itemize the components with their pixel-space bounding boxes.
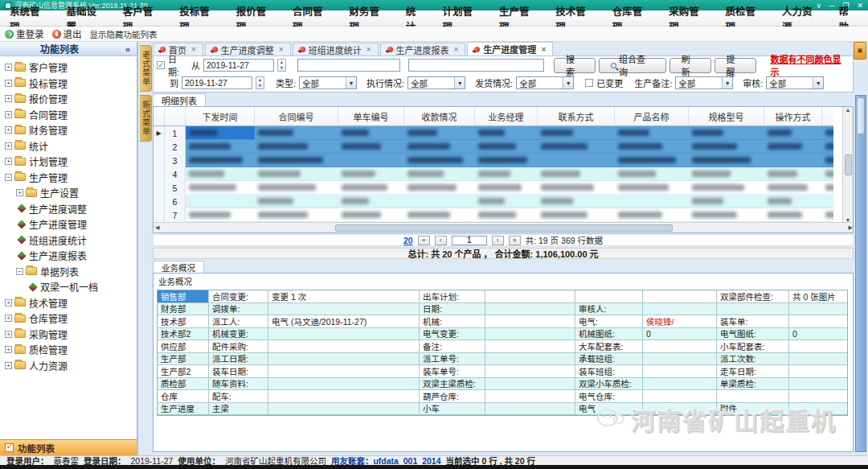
table-row[interactable]: 生产部派工日期:派工单号:承载班组:派工次数: <box>158 353 847 366</box>
column-header[interactable]: 业务经理 <box>475 107 538 125</box>
filter-text-input-1[interactable] <box>297 59 400 72</box>
overview-tab[interactable]: 业务概况 <box>153 261 204 273</box>
dept-cell[interactable]: 供应部 <box>158 340 209 353</box>
collapse-icon[interactable]: − <box>16 268 23 275</box>
expand-icon[interactable]: + <box>5 315 12 322</box>
sidebar-item[interactable]: +采购管理 <box>0 327 137 343</box>
sidebar-item[interactable]: 生产进度调整 <box>0 201 137 217</box>
scroll-thumb[interactable] <box>335 224 673 232</box>
date-from-input[interactable] <box>203 59 274 72</box>
sidebar-item[interactable]: 生产进度管理 <box>0 216 137 232</box>
ship-select[interactable]: 全部▼ <box>516 76 574 89</box>
sidebar-item[interactable]: +投标管理 <box>0 76 137 92</box>
date-from-spinner[interactable]: ▲▼ <box>277 59 286 72</box>
dept-cell[interactable]: 财务部 <box>158 303 209 316</box>
column-header[interactable]: 下发时间 <box>186 107 255 125</box>
tab-active[interactable]: 生产进度管理× <box>467 42 553 56</box>
expand-icon[interactable]: + <box>16 189 23 196</box>
column-header[interactable]: 联系方式 <box>538 107 615 125</box>
column-header[interactable]: 产品名称 <box>615 107 689 125</box>
expand-icon[interactable]: + <box>5 111 12 118</box>
scroll-right-icon[interactable]: ▶ <box>849 224 853 231</box>
grid-vertical-scrollbar[interactable]: ▲ ▼ <box>842 107 853 223</box>
sidebar-item[interactable]: 生产进度报表 <box>0 248 137 264</box>
expand-icon[interactable]: + <box>5 80 12 87</box>
sidebar-collapse-button[interactable]: « <box>119 44 137 54</box>
dept-cell[interactable]: 生产部2 <box>158 365 209 378</box>
dept-cell[interactable]: 技术部2 <box>158 328 209 341</box>
sidebar-item[interactable]: +仓库管理 <box>0 311 137 327</box>
dept-cell[interactable]: 仓库 <box>158 390 209 403</box>
table-row[interactable]: 技术部派工人:电气 (马文迪/2019-11-27)机械:电气:侯晓锋/装车单: <box>158 315 847 328</box>
tab-item[interactable]: 班组进度统计× <box>293 43 379 56</box>
expand-icon[interactable]: + <box>5 331 12 338</box>
collapse-icon[interactable]: − <box>5 174 12 181</box>
sidebar-item[interactable]: +报价管理 <box>0 91 137 107</box>
date-to-spinner[interactable]: ▲▼ <box>256 76 264 89</box>
tab-close-icon[interactable]: × <box>279 45 284 54</box>
collapsed-panel-tab[interactable]: ▣ <box>854 42 866 60</box>
scroll-thumb[interactable] <box>857 97 865 134</box>
sidebar-item[interactable]: +统计 <box>0 138 137 154</box>
expand-icon[interactable]: + <box>5 362 12 369</box>
scroll-thumb[interactable] <box>845 154 852 175</box>
changed-checkbox[interactable] <box>585 79 593 87</box>
sidebar-item[interactable]: +财务管理 <box>0 122 137 138</box>
detail-list-tab[interactable]: 明细列表 <box>153 93 206 106</box>
filter-text-input-2[interactable] <box>408 59 544 72</box>
table-row[interactable]: ▶1 <box>154 126 833 140</box>
vertical-tab-old-menu[interactable]: 老式菜单 <box>140 45 152 92</box>
current-page-input[interactable] <box>452 236 487 245</box>
dept-cell[interactable]: 质检部 <box>158 378 209 391</box>
date-checkbox[interactable]: ✓ <box>157 61 165 69</box>
expand-icon[interactable]: + <box>5 126 12 134</box>
expand-icon[interactable]: + <box>5 95 12 102</box>
date-to-input[interactable] <box>182 76 252 89</box>
tab-close-icon[interactable]: × <box>541 45 546 54</box>
exit-button[interactable]: 退出 <box>52 27 82 40</box>
sidebar-item[interactable]: +技术管理 <box>0 295 137 311</box>
column-header[interactable]: 规格型号 <box>689 107 764 125</box>
tab-item[interactable]: 生产进度调整× <box>205 43 291 56</box>
combo-query-button[interactable]: 组合查询 <box>599 58 666 73</box>
prev-page-button[interactable]: ‹ <box>435 236 447 245</box>
remind-button[interactable]: 提醒 <box>714 58 756 73</box>
table-row[interactable]: 财务部调拨单:日期:审核人: <box>158 303 847 316</box>
table-row[interactable]: 供应部配件采购:备注:大车配套表:小车配套表: <box>158 340 847 353</box>
refresh-button[interactable]: 刷新 <box>669 58 711 73</box>
grid-horizontal-scrollbar[interactable]: ◀ ▶ <box>154 222 854 232</box>
table-row[interactable]: 质检部随车资料:双梁主梁质检:双梁小车质检:单梁质检: <box>158 378 847 391</box>
page-vertical-scrollbar[interactable] <box>855 95 866 452</box>
type-select[interactable]: 全部▼ <box>299 76 357 89</box>
table-row[interactable]: 4 <box>154 167 833 181</box>
table-row[interactable]: 3 <box>154 154 833 167</box>
scroll-left-icon[interactable]: ◀ <box>155 224 159 231</box>
table-row[interactable]: 7 <box>154 208 833 222</box>
dept-cell[interactable]: 销售部 <box>158 290 209 303</box>
audit-select[interactable]: 全部▼ <box>766 76 824 89</box>
next-page-button[interactable]: › <box>492 236 504 245</box>
column-header[interactable]: 单车编号 <box>338 107 404 125</box>
table-row[interactable]: 5 <box>154 181 833 195</box>
sidebar-item[interactable]: +客户管理 <box>0 60 137 76</box>
dept-cell[interactable]: 生产部 <box>158 353 209 366</box>
last-page-button[interactable]: » <box>509 236 521 245</box>
note-select[interactable]: 全部▼ <box>675 76 733 89</box>
tab-close-icon[interactable]: × <box>191 45 196 54</box>
sidebar-item[interactable]: +合同管理 <box>0 107 137 123</box>
sidebar-item[interactable]: +质检管理 <box>0 342 137 358</box>
column-header[interactable]: 收款情况 <box>404 107 475 125</box>
table-row[interactable]: 技术部2机械变更:电气变更:机械图纸:0电气图纸:0 <box>158 328 847 341</box>
sidebar-item[interactable]: +计划管理 <box>0 154 137 170</box>
color-legend-link[interactable]: 数据有不同颜色显示 <box>771 52 850 78</box>
table-row[interactable]: 销售部合同变更:变更 1 次出车计划:双梁部件检查:共 0 张图片 <box>158 290 847 303</box>
first-page-button[interactable]: « <box>418 236 430 245</box>
exec-select[interactable]: 全部▼ <box>407 76 465 89</box>
sidebar-item[interactable]: +生产设置 <box>0 185 137 201</box>
table-row[interactable]: 2 <box>154 140 833 154</box>
relogin-button[interactable]: 重登录 <box>5 27 44 40</box>
vertical-tab-new-menu[interactable]: 新式菜单 <box>140 95 152 142</box>
sidebar-item[interactable]: +人力资源 <box>0 358 137 374</box>
minimize-button[interactable]: ─ <box>829 2 834 10</box>
table-row[interactable]: 生产部2装车日期:装车单号:装车班组:走车日期: <box>158 365 847 378</box>
